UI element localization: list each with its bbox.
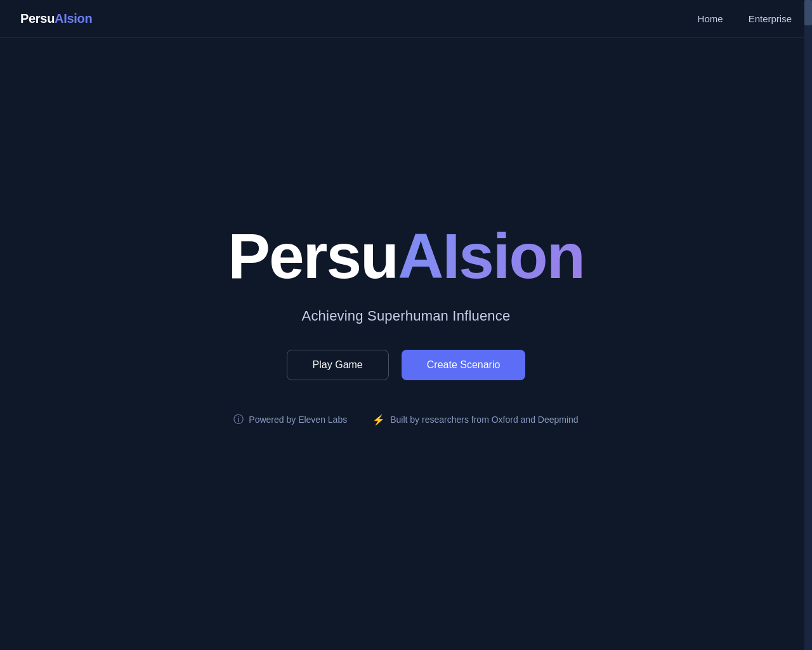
eleven-labs-label: Powered by Eleven Labs [249, 415, 347, 425]
nav: Home Enterprise [698, 13, 792, 24]
hero-title: PersuAIsion [228, 224, 584, 288]
cta-buttons: Play Game Create Scenario [287, 350, 526, 380]
hero-subtitle: Achieving Superhuman Influence [302, 308, 511, 324]
hero-section: PersuAIsion Achieving Superhuman Influen… [228, 224, 584, 427]
nav-home[interactable]: Home [698, 13, 723, 24]
main-content: PersuAIsion Achieving Superhuman Influen… [0, 38, 812, 650]
researchers-label: Built by researchers from Oxford and Dee… [390, 415, 578, 425]
scrollbar-thumb[interactable] [804, 0, 812, 25]
logo[interactable]: PersuAIsion [20, 11, 92, 26]
badges: ⓘ Powered by Eleven Labs ⚡ Built by rese… [233, 413, 578, 427]
logo-alsion: AIsion [55, 11, 92, 25]
hero-title-persu: Persu [228, 220, 398, 291]
logo-persu: Persu [20, 11, 55, 25]
researchers-badge: ⚡ Built by researchers from Oxford and D… [372, 413, 578, 427]
hero-title-alsion: AIsion [398, 220, 584, 291]
researchers-icon: ⚡ [372, 414, 385, 426]
header: PersuAIsion Home Enterprise [0, 0, 812, 38]
create-scenario-button[interactable]: Create Scenario [402, 350, 526, 380]
eleven-labs-badge: ⓘ Powered by Eleven Labs [233, 413, 347, 427]
eleven-labs-icon: ⓘ [233, 413, 244, 427]
play-game-button[interactable]: Play Game [287, 350, 389, 380]
nav-enterprise[interactable]: Enterprise [749, 13, 792, 24]
